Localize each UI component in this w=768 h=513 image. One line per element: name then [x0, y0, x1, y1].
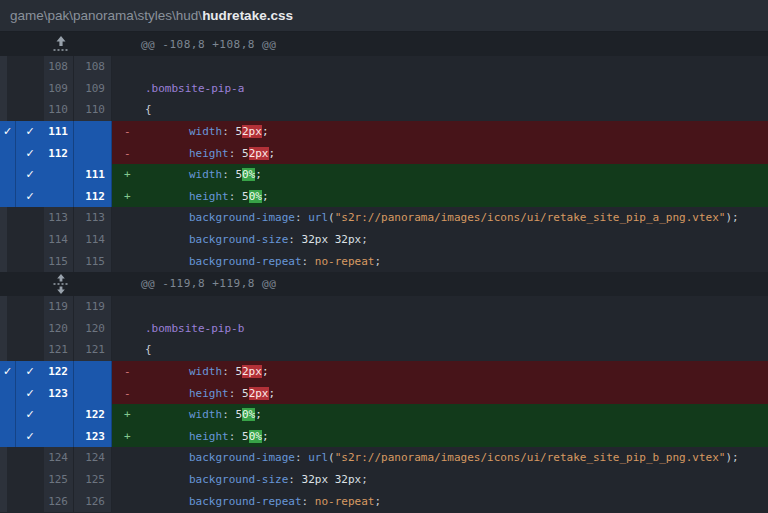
code-token: ; — [262, 190, 269, 203]
expand-both-icon[interactable] — [50, 272, 72, 296]
code-text: width: 52px; — [145, 125, 269, 138]
line-stage-gutter[interactable]: ✓ — [16, 121, 44, 143]
diff-row[interactable]: ✓✓122-width: 52px; — [0, 361, 768, 383]
line-check-icon[interactable]: ✓ — [25, 430, 34, 443]
code-line[interactable]: .bombsite-pip-a — [112, 78, 768, 100]
code-line[interactable]: -width: 52px; — [112, 361, 768, 383]
hunk-stage-gutter[interactable] — [0, 382, 16, 404]
line-stage-gutter[interactable]: ✓ — [16, 382, 44, 404]
code-line[interactable]: +width: 50%; — [112, 404, 768, 426]
line-check-icon[interactable]: ✓ — [25, 147, 34, 160]
line-check-icon[interactable]: ✓ — [25, 387, 34, 400]
old-line-number: 119 — [44, 296, 74, 318]
code-token: background-repeat — [189, 495, 302, 508]
line-stage-gutter — [16, 229, 44, 251]
hunk-stage-gutter — [0, 99, 16, 121]
code-line[interactable] — [112, 296, 768, 318]
code-line[interactable]: -height: 52px; — [112, 382, 768, 404]
code-text: width: 50%; — [145, 408, 262, 421]
code-line[interactable]: background-size: 32px 32px; — [112, 229, 768, 251]
code-text: height: 52px; — [145, 387, 275, 400]
diff-row[interactable]: 108108 — [0, 56, 768, 78]
line-check-icon[interactable]: ✓ — [25, 408, 34, 421]
line-stage-gutter[interactable]: ✓ — [16, 404, 44, 426]
code-token: "s2r://panorama/images/icons/ui/retake_s… — [335, 211, 726, 224]
code-token: ; — [262, 365, 269, 378]
code-line[interactable]: { — [112, 99, 768, 121]
code-text: background-size: 32px 32px; — [145, 233, 368, 246]
code-text: background-image: url("s2r://panorama/im… — [145, 211, 739, 224]
added-word-highlight: 0% — [242, 408, 255, 421]
hunk-stage-gutter[interactable] — [0, 142, 16, 164]
hunk-stage-gutter[interactable] — [0, 186, 16, 208]
line-check-icon[interactable]: ✓ — [25, 190, 34, 203]
diff-row[interactable]: 119119 — [0, 296, 768, 318]
code-token: url — [308, 451, 328, 464]
new-line-number: 113 — [74, 207, 112, 229]
code-token: .bombsite-pip-a — [145, 82, 244, 95]
code-token: ; — [374, 255, 381, 268]
line-check-icon[interactable]: ✓ — [25, 125, 34, 138]
hunk-stage-gutter[interactable]: ✓ — [0, 361, 16, 383]
code-line[interactable]: -width: 52px; — [112, 121, 768, 143]
diff-row[interactable]: 113113background-image: url("s2r://panor… — [0, 207, 768, 229]
line-stage-gutter[interactable]: ✓ — [16, 186, 44, 208]
diff-row[interactable]: ✓122+width: 50%; — [0, 404, 768, 426]
code-token: background-repeat — [189, 255, 302, 268]
line-check-icon[interactable]: ✓ — [25, 365, 34, 378]
diff-row[interactable]: 120120.bombsite-pip-b — [0, 318, 768, 340]
hunk-stage-gutter[interactable] — [0, 164, 16, 186]
code-token: : — [302, 495, 315, 508]
code-line[interactable]: +height: 50%; — [112, 426, 768, 448]
diff-row[interactable]: ✓111+width: 50%; — [0, 164, 768, 186]
diff-row[interactable]: 110110{ — [0, 99, 768, 121]
code-token: ); — [725, 211, 738, 224]
diff-row[interactable]: 126126background-repeat: no-repeat; — [0, 490, 768, 512]
hunk-check-icon[interactable]: ✓ — [3, 125, 12, 138]
diff-row[interactable]: ✓✓111-width: 52px; — [0, 121, 768, 143]
expand-up-icon[interactable] — [50, 32, 72, 56]
line-stage-gutter[interactable]: ✓ — [16, 142, 44, 164]
diff-marker: + — [124, 190, 145, 203]
hunk-check-icon[interactable]: ✓ — [3, 365, 12, 378]
hunk-stage-gutter[interactable] — [0, 404, 16, 426]
code-token: : — [288, 233, 301, 246]
diff-row[interactable]: ✓123+height: 50%; — [0, 426, 768, 448]
diff-row[interactable]: 125125background-size: 32px 32px; — [0, 469, 768, 491]
hunk-range-label: @@ -108,8 +108,8 @@ — [141, 32, 276, 56]
hunk-stage-gutter[interactable] — [0, 426, 16, 448]
diff-row[interactable]: 124124background-image: url("s2r://panor… — [0, 447, 768, 469]
line-stage-gutter[interactable]: ✓ — [16, 426, 44, 448]
code-token: : — [295, 451, 308, 464]
code-line[interactable]: -height: 52px; — [112, 142, 768, 164]
code-line[interactable] — [112, 56, 768, 78]
diff-row[interactable]: ✓112+height: 50%; — [0, 186, 768, 208]
line-stage-gutter[interactable]: ✓ — [16, 164, 44, 186]
code-line[interactable]: background-repeat: no-repeat; — [112, 490, 768, 512]
code-line[interactable]: .bombsite-pip-b — [112, 318, 768, 340]
code-line[interactable]: +width: 50%; — [112, 164, 768, 186]
code-token: height — [189, 430, 229, 443]
diff-row[interactable]: 114114background-size: 32px 32px; — [0, 229, 768, 251]
diff-row[interactable]: 115115background-repeat: no-repeat; — [0, 250, 768, 272]
line-stage-gutter — [16, 78, 44, 100]
file-path: game\pak\panorama\styles\hud\ — [10, 8, 202, 23]
diff-row[interactable]: 109109.bombsite-pip-a — [0, 78, 768, 100]
code-line[interactable]: background-image: url("s2r://panorama/im… — [112, 207, 768, 229]
code-line[interactable]: +height: 50%; — [112, 186, 768, 208]
hunk-stage-gutter[interactable]: ✓ — [0, 121, 16, 143]
code-token: 32px 32px — [302, 233, 362, 246]
line-stage-gutter[interactable]: ✓ — [16, 361, 44, 383]
code-token: ); — [725, 451, 738, 464]
diff-row[interactable]: ✓112-height: 52px; — [0, 142, 768, 164]
code-line[interactable]: background-repeat: no-repeat; — [112, 250, 768, 272]
new-line-number: 114 — [74, 229, 112, 251]
code-line[interactable]: { — [112, 339, 768, 361]
diff-row[interactable]: ✓123-height: 52px; — [0, 382, 768, 404]
code-line[interactable]: background-image: url("s2r://panorama/im… — [112, 447, 768, 469]
code-line[interactable]: background-size: 32px 32px; — [112, 469, 768, 491]
code-token: width — [189, 408, 222, 421]
line-check-icon[interactable]: ✓ — [25, 168, 34, 181]
code-token: url — [308, 211, 328, 224]
diff-row[interactable]: 121121{ — [0, 339, 768, 361]
